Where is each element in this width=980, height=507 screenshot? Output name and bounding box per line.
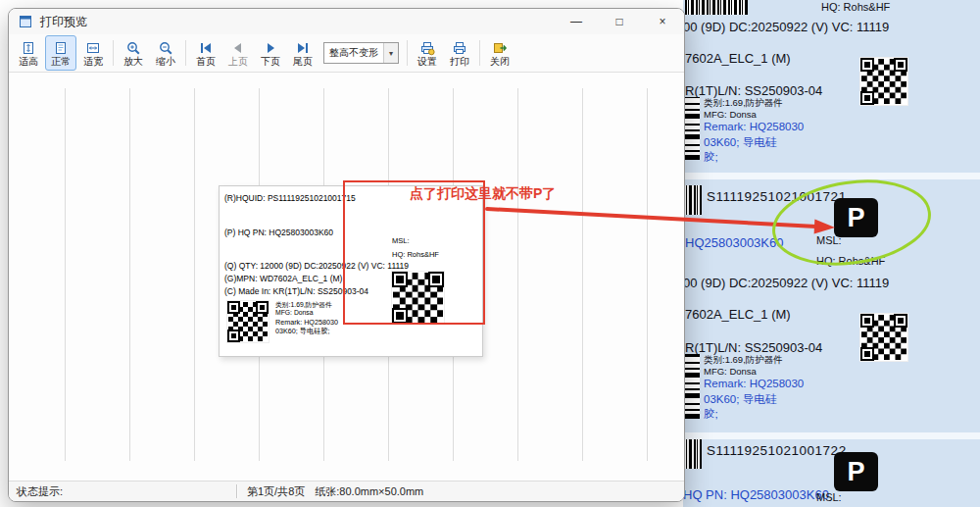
close-button[interactable]: × <box>641 9 684 34</box>
print-button[interactable]: 打印 <box>444 35 475 71</box>
zoom-in-button[interactable]: 放大 <box>118 35 149 71</box>
annotation-note: 点了打印这里就不带P了 <box>410 185 556 203</box>
toolbar-separator <box>185 40 186 66</box>
label-qty: 00 (9D) DC:20250922 (V) VC: 11119 <box>683 20 889 34</box>
maximize-button[interactable]: □ <box>598 9 641 34</box>
qr-code <box>226 300 270 343</box>
status-bar: 状态提示: 第1页/共8页 纸张:80.0mm×50.0mm <box>9 481 684 501</box>
label-mfg: MFG: Donsa <box>275 309 314 316</box>
fit-height-button[interactable]: 适高 <box>13 35 44 71</box>
label-hquid: (R)HQUID: PS11119251021001715 <box>224 193 356 203</box>
status-page-indicator: 第1页/共8页 <box>237 484 311 499</box>
label-mpn: (G)MPN: WD7602A_ELC_1 (M) <box>224 274 342 283</box>
label-msl: MSL: <box>816 234 842 246</box>
label-design-canvas: HQ: Rohs&HF 00 (9D) DC:20250922 (V) VC: … <box>683 0 980 507</box>
label-serial: S11119251021001722 <box>707 443 847 458</box>
zoom-out-icon <box>158 40 173 56</box>
label-remark: 胶; <box>704 407 718 422</box>
barcode <box>685 0 748 15</box>
close-preview-icon <box>492 40 508 56</box>
chevron-down-icon: ▾ <box>383 43 398 63</box>
next-page-button[interactable]: 下页 <box>255 35 286 71</box>
label-remark: 03K60; 导电硅 <box>704 135 776 150</box>
prev-page-icon <box>230 40 246 56</box>
normal-view-label: 正常 <box>51 57 71 67</box>
window-controls: — □ × <box>555 9 684 34</box>
qr-code-edge <box>683 354 700 419</box>
status-hint: 状态提示: <box>9 484 236 499</box>
label-msl: MSL: <box>816 491 842 503</box>
title-bar[interactable]: 打印预览 — □ × <box>9 9 684 34</box>
label-hq: HQ: Rohs&HF <box>821 1 890 13</box>
label-remark: 03K60; 导电硅 <box>704 392 776 407</box>
label-separator <box>683 173 980 179</box>
label-serial: S11119251021001721 <box>707 189 847 204</box>
zoom-in-icon <box>125 40 141 56</box>
next-page-icon <box>263 40 278 56</box>
scale-mode-select[interactable]: 整高不变形 ▾ <box>323 42 399 64</box>
zoom-out-button[interactable]: 缩小 <box>150 35 181 71</box>
label-remark: Remark: HQ258030 <box>704 121 804 132</box>
app-icon <box>19 15 32 28</box>
first-page-button[interactable]: 首页 <box>190 35 221 71</box>
label-mfg: MFG: Donsa <box>704 366 757 377</box>
prev-page-label: 上页 <box>228 57 248 67</box>
settings-label: 设置 <box>417 57 437 67</box>
label-mpn: 7602A_ELC_1 (M) <box>685 307 791 322</box>
qr-code-edge <box>683 97 700 160</box>
qr-code <box>859 313 908 362</box>
p-mark-logo: P <box>834 198 878 237</box>
close-preview-button[interactable]: 关闭 <box>484 35 515 71</box>
label-hq: HQ: Rohs&HF <box>816 255 885 267</box>
scale-mode-value: 整高不变形 <box>329 46 378 60</box>
label-separator <box>683 432 980 439</box>
label-qty: 00 (9D) DC:20250922 (V) VC: 11119 <box>683 276 889 290</box>
label-remark: Remark: HQ258030 <box>275 318 338 327</box>
label-remark: 胶; <box>704 150 718 165</box>
fit-height-icon <box>21 40 36 56</box>
barcode <box>683 185 702 215</box>
fit-width-icon <box>85 40 101 56</box>
next-page-label: 下页 <box>261 57 280 67</box>
settings-icon <box>419 40 435 56</box>
normal-view-icon <box>53 40 69 56</box>
p-mark-logo: P <box>834 452 878 491</box>
prev-page-button[interactable]: 上页 <box>222 35 254 71</box>
toolbar-separator <box>407 40 408 66</box>
close-preview-label: 关闭 <box>490 57 510 67</box>
zoom-out-label: 缩小 <box>156 57 175 67</box>
qr-code <box>859 57 908 106</box>
status-paper-size: 纸张:80.0mm×50.0mm <box>311 484 423 499</box>
toolbar-separator <box>479 40 480 66</box>
label-pn: (P) HQ PN: HQ25803003K60 <box>224 228 333 237</box>
label-remark: Remark: HQ258030 <box>704 378 804 389</box>
first-page-icon <box>198 40 214 56</box>
fit-width-button[interactable]: 适宽 <box>77 35 109 71</box>
fit-height-label: 适高 <box>19 57 38 67</box>
normal-view-button[interactable]: 正常 <box>45 35 76 71</box>
label-pn: HQ25803003K60 <box>685 235 783 250</box>
label-mpn: 7602A_ELC_1 (M) <box>685 51 791 66</box>
label-mfg: MFG: Donsa <box>704 109 757 120</box>
settings-button[interactable]: 设置 <box>412 35 443 71</box>
label-lot: R(1T)L/N: SS250903-04 <box>685 83 822 98</box>
preview-toolbar: 适高 正常 适宽 <box>9 34 684 73</box>
last-page-icon <box>295 40 311 56</box>
minimize-button[interactable]: — <box>555 9 598 34</box>
last-page-label: 尾页 <box>293 57 313 67</box>
screen: HQ: Rohs&HF 00 (9D) DC:20250922 (V) VC: … <box>0 0 980 507</box>
toolbar-separator <box>113 40 114 66</box>
label-pn: HQ PN: HQ25803003K60 <box>683 487 829 502</box>
label-remark: 03K60; 导电硅胶; <box>275 327 330 336</box>
last-page-button[interactable]: 尾页 <box>287 35 318 71</box>
fit-width-label: 适宽 <box>83 57 103 67</box>
print-label: 打印 <box>450 57 469 67</box>
label-lot: R(1T)L/N: SS250903-04 <box>685 340 822 355</box>
print-icon <box>452 40 467 56</box>
zoom-in-label: 放大 <box>123 57 143 67</box>
barcode <box>683 439 702 469</box>
first-page-label: 首页 <box>196 57 216 67</box>
window-title: 打印预览 <box>40 14 87 30</box>
